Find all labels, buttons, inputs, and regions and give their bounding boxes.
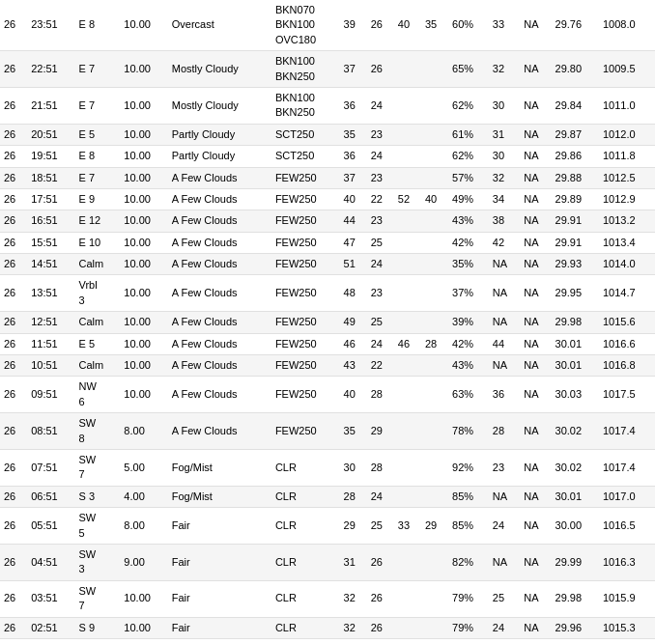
table-row: 2608:51SW 88.00A Few CloudsFEW250352978%… [0, 413, 655, 450]
table-row: 2610:51Calm10.00A Few CloudsFEW250432243… [0, 355, 655, 377]
weather-table: 2623:51E 810.00OvercastBKN070 BKN100 OVC… [0, 0, 655, 644]
table-row: 2621:51E 710.00Mostly CloudyBKN100 BKN25… [0, 87, 655, 124]
table-row: 2616:51E 1210.00A Few CloudsFEW250442343… [0, 210, 655, 232]
table-row: 2611:51E 510.00A Few CloudsFEW2504624462… [0, 333, 655, 354]
table-row: 2618:51E 710.00A Few CloudsFEW250372357%… [0, 167, 655, 188]
table-row: 2615:51E 1010.00A Few CloudsFEW250472542… [0, 232, 655, 253]
table-row: 2603:51SW 710.00FairCLR322679%25NA29.981… [0, 580, 655, 617]
table-row: 2617:51E 910.00A Few CloudsFEW2504022524… [0, 188, 655, 210]
table-row: 2602:51S 910.00FairCLR322679%24NA29.9610… [0, 617, 655, 638]
table-row: 2613:51Vrbl 310.00A Few CloudsFEW2504823… [0, 275, 655, 312]
table-row: 2605:51SW 58.00FairCLR2925332985%24NA30.… [0, 508, 655, 545]
weather-table-container: 2623:51E 810.00OvercastBKN070 BKN100 OVC… [0, 0, 655, 644]
table-row: 2623:51E 810.00OvercastBKN070 BKN100 OVC… [0, 0, 655, 51]
table-row: 2612:51Calm10.00A Few CloudsFEW250492539… [0, 312, 655, 333]
table-row: 2622:51E 710.00Mostly CloudyBKN100 BKN25… [0, 51, 655, 88]
table-row: 2607:51SW 75.00Fog/MistCLR302892%23NA30.… [0, 449, 655, 486]
table-row: 2606:51S 34.00Fog/MistCLR282485%NANA30.0… [0, 486, 655, 507]
table-row: 2601:51SW 910.00A Few CloudsFEW300322782… [0, 638, 655, 644]
table-row: 2620:51E 510.00Partly CloudySCT250352361… [0, 124, 655, 145]
table-row: 2619:51E 810.00Partly CloudySCT250362462… [0, 146, 655, 167]
table-row: 2614:51Calm10.00A Few CloudsFEW250512435… [0, 254, 655, 275]
table-row: 2604:51SW 39.00FairCLR312682%NANA29.9910… [0, 544, 655, 580]
table-row: 2609:51NW 610.00A Few CloudsFEW250402863… [0, 377, 655, 413]
